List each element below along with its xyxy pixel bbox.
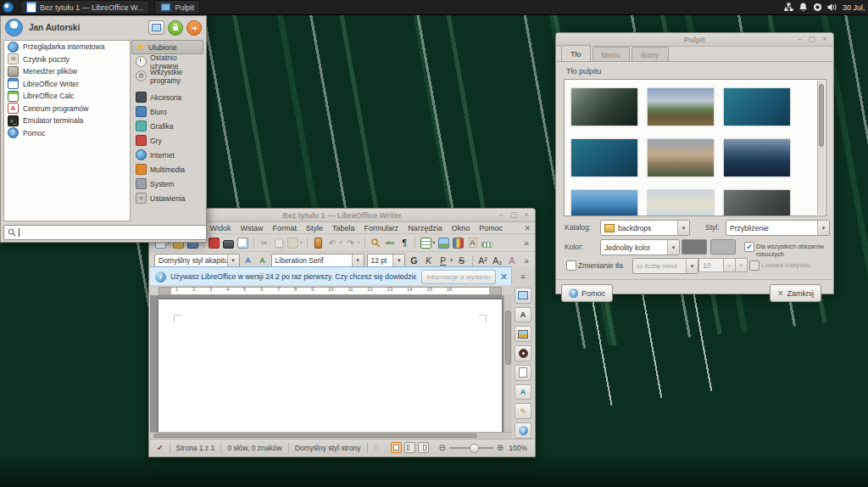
- sidebar-accessibility-button[interactable]: i: [515, 423, 531, 439]
- copy-button[interactable]: [273, 237, 285, 249]
- category-multimedia[interactable]: Multimedia: [131, 162, 203, 176]
- menu-search-input[interactable]: [3, 225, 207, 240]
- taskbar-button-pulpit[interactable]: Pulpit: [154, 0, 200, 14]
- new-style-button[interactable]: A: [257, 255, 269, 266]
- combo-arrow-icon[interactable]: ▾: [352, 255, 364, 267]
- strikethrough-button[interactable]: S: [455, 255, 467, 266]
- vertical-scrollbar[interactable]: [504, 295, 512, 433]
- category-favorites[interactable]: ★Ulubione: [131, 40, 203, 54]
- notifications-bell-icon[interactable]: [798, 3, 808, 12]
- menu-wstaw[interactable]: Wstaw: [241, 224, 264, 232]
- redo-dropdown-icon[interactable]: ▾: [358, 239, 361, 246]
- vertical-scrollbar-thumb[interactable]: [505, 311, 511, 365]
- lock-screen-button[interactable]: [168, 20, 183, 36]
- zoom-in-icon[interactable]: ⊕: [497, 443, 504, 452]
- close-button[interactable]: ×: [820, 34, 830, 44]
- network-icon[interactable]: [784, 3, 793, 12]
- wallpaper-thumb-1[interactable]: [571, 88, 637, 126]
- update-style-button[interactable]: A: [242, 255, 254, 266]
- menu-pomoc[interactable]: Pomoc: [479, 224, 503, 232]
- font-name-combo[interactable]: Liberation Serif ▾: [271, 254, 364, 268]
- superscript-button[interactable]: A²: [476, 255, 488, 266]
- category-system[interactable]: System: [131, 176, 203, 191]
- tab-tlo[interactable]: Tło: [561, 45, 591, 62]
- single-page-view-button[interactable]: [391, 442, 402, 453]
- category-recently-used[interactable]: Ostatnio używane: [131, 54, 203, 69]
- document-page[interactable]: [159, 299, 502, 433]
- applications-menu-button[interactable]: [0, 0, 15, 14]
- redo-button[interactable]: ↷: [345, 237, 357, 249]
- all-workspaces-checkbox[interactable]: ✔: [744, 242, 754, 252]
- zoom-out-icon[interactable]: ⊖: [438, 443, 445, 452]
- menu-item-file-manager[interactable]: Menedżer plików: [4, 65, 130, 78]
- close-button[interactable]: ×: [521, 210, 531, 220]
- tab-ikony[interactable]: Ikony: [632, 47, 669, 62]
- close-dialog-button[interactable]: ✕ Zamknij: [770, 284, 821, 302]
- sidebar-gallery-button[interactable]: [515, 326, 531, 342]
- combo-arrow-icon[interactable]: ▾: [667, 240, 679, 255]
- status-indicator-icon[interactable]: [813, 3, 822, 12]
- volume-icon[interactable]: [827, 3, 837, 12]
- insert-table-button[interactable]: [420, 237, 431, 249]
- category-settings[interactable]: ≡Ustawienia: [131, 191, 203, 205]
- zoom-slider[interactable]: [449, 447, 493, 449]
- wallpaper-thumb-2[interactable]: [648, 88, 714, 126]
- wallpaper-scrollbar-thumb[interactable]: [819, 84, 824, 147]
- sidebar-properties-button[interactable]: [515, 288, 531, 304]
- wallpaper-thumb-5[interactable]: [648, 139, 714, 176]
- minimize-button[interactable]: −: [794, 34, 804, 44]
- menu-style[interactable]: Style: [306, 224, 323, 232]
- primary-color-swatch[interactable]: [682, 239, 707, 255]
- infobar-close-icon[interactable]: ✕: [500, 271, 508, 283]
- menu-okno[interactable]: Okno: [452, 224, 470, 232]
- font-size-combo[interactable]: 12 pt ▾: [367, 254, 406, 268]
- wallpaper-thumb-8[interactable]: [648, 190, 714, 216]
- find-replace-button[interactable]: [370, 237, 381, 249]
- menu-item-help[interactable]: ?Pomoc: [4, 127, 130, 140]
- book-view-button[interactable]: [418, 442, 429, 453]
- katalog-combo[interactable]: backdrops ▾: [600, 220, 690, 236]
- category-accessories[interactable]: Akcesoria: [131, 90, 203, 104]
- status-page-count[interactable]: Strona 1 z 1: [176, 444, 215, 452]
- release-notes-button[interactable]: Informacje o wydaniu: [421, 270, 496, 284]
- panel-clock[interactable]: 30 Jul, 18:: [843, 3, 868, 12]
- formatting-overflow-icon[interactable]: »: [520, 255, 532, 266]
- close-document-icon[interactable]: ✕: [524, 224, 531, 232]
- menu-tabela[interactable]: Tabela: [332, 224, 355, 232]
- menu-item-writer[interactable]: LibreOffice Writer: [4, 78, 130, 91]
- print-preview-button[interactable]: [237, 237, 249, 249]
- underline-dropdown-icon[interactable]: ▾: [450, 257, 453, 264]
- sidebar-style-inspector-button[interactable]: A: [515, 384, 531, 400]
- paragraph-style-combo[interactable]: Domyślny styl akapitu ▾: [154, 254, 240, 268]
- change-background-checkbox[interactable]: [566, 260, 576, 271]
- horizontal-scrollbar[interactable]: [150, 432, 512, 439]
- undo-dropdown-icon[interactable]: ▾: [339, 239, 342, 246]
- zoom-slider-knob[interactable]: [470, 444, 479, 453]
- paste-button[interactable]: [287, 237, 299, 249]
- spellcheck-button[interactable]: abc: [384, 237, 396, 249]
- wallpaper-thumb-6[interactable]: [724, 139, 790, 176]
- sidebar-page-button[interactable]: [515, 365, 531, 381]
- clear-formatting-button[interactable]: A: [506, 255, 518, 266]
- category-graphics[interactable]: Grafika: [131, 119, 203, 133]
- category-games[interactable]: Gry: [131, 133, 203, 148]
- secondary-color-swatch[interactable]: [710, 239, 736, 255]
- sidebar-styles-button[interactable]: A: [515, 307, 531, 323]
- category-office[interactable]: Biuro: [131, 104, 203, 119]
- taskbar-button-writer[interactable]: Bez tytułu 1 — LibreOffice W...: [20, 0, 149, 14]
- category-all-programs[interactable]: ⚙Wszystkie programy: [131, 69, 203, 83]
- combo-arrow-icon[interactable]: ▾: [677, 221, 689, 235]
- modified-indicator-icon[interactable]: ✔: [157, 444, 164, 452]
- horizontal-ruler[interactable]: 1 2 3 4 5 6 7 8 9 10 11 12 13 14 15 16: [150, 285, 512, 295]
- clone-formatting-button[interactable]: [312, 237, 324, 249]
- menu-item-calc[interactable]: LibreOffice Calc: [4, 90, 130, 103]
- menu-formularz[interactable]: Formularz: [364, 224, 399, 232]
- wallpaper-thumb-4[interactable]: [571, 139, 637, 176]
- insert-chart-button[interactable]: [453, 237, 465, 249]
- underline-button[interactable]: P: [437, 255, 449, 266]
- insert-image-button[interactable]: [438, 237, 450, 249]
- menu-format[interactable]: Format: [273, 224, 298, 232]
- combo-arrow-icon[interactable]: ▾: [227, 255, 239, 267]
- horizontal-scrollbar-thumb[interactable]: [153, 434, 477, 438]
- all-settings-button[interactable]: [148, 20, 164, 35]
